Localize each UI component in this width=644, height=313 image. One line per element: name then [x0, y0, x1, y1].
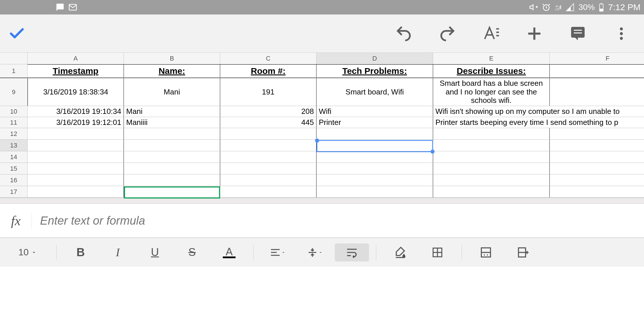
cell-B15[interactable]	[124, 163, 220, 174]
redo-button[interactable]	[439, 25, 456, 42]
cell-D10[interactable]: Wifi	[316, 106, 433, 117]
borders-button[interactable]	[420, 243, 455, 261]
cell-C9[interactable]: 191	[220, 78, 316, 106]
col-head-D[interactable]: D	[316, 53, 433, 64]
comment-button[interactable]	[569, 25, 587, 42]
row-head-13[interactable]: 13	[0, 140, 28, 151]
wrap-button[interactable]	[335, 243, 369, 261]
cell-D14[interactable]	[316, 151, 433, 163]
cell-E14[interactable]	[433, 151, 550, 163]
cell-D12[interactable]	[316, 128, 433, 139]
row-head-16[interactable]: 16	[0, 174, 28, 186]
cell-F12[interactable]	[550, 128, 644, 139]
cell-B17[interactable]	[124, 186, 220, 197]
cell-E11[interactable]: Printer starts beeping every time I send…	[433, 117, 621, 128]
cell-A12[interactable]	[28, 128, 124, 139]
insert-button[interactable]	[526, 25, 543, 42]
underline-button[interactable]: U	[138, 243, 172, 261]
cell-F10[interactable]	[622, 106, 644, 117]
bold-button[interactable]: B	[64, 243, 98, 261]
spreadsheet-grid[interactable]: 1 Timestamp Name: Room #: Tech Problems:…	[0, 64, 644, 198]
strike-button[interactable]: S	[175, 243, 209, 261]
header-room[interactable]: Room #:	[220, 64, 316, 77]
merge-button[interactable]	[469, 243, 503, 261]
header-describe-issues[interactable]: Describe Issues:	[433, 64, 550, 77]
row-head-1[interactable]: 1	[0, 64, 28, 77]
cell-F13[interactable]	[550, 140, 644, 151]
cell-A10[interactable]: 3/16/2019 19:10:34	[28, 106, 124, 117]
cell-F16[interactable]	[550, 174, 644, 186]
cell-F14[interactable]	[550, 151, 644, 163]
cell-D16[interactable]	[316, 174, 433, 186]
row-head-12[interactable]: 12	[0, 128, 28, 139]
cell-E9[interactable]: Smart board has a blue screen and I no l…	[433, 78, 550, 106]
row-head-10[interactable]: 10	[0, 106, 28, 117]
header-timestamp[interactable]: Timestamp	[28, 64, 124, 77]
cell-A13[interactable]	[28, 140, 124, 151]
header-F[interactable]	[550, 64, 644, 77]
cell-F9[interactable]	[550, 78, 644, 106]
cell-D13[interactable]	[316, 140, 433, 151]
cell-B12[interactable]	[124, 128, 220, 139]
col-head-A[interactable]: A	[28, 53, 124, 64]
select-all-corner[interactable]	[0, 53, 28, 64]
cell-B14[interactable]	[124, 151, 220, 163]
cell-A15[interactable]	[28, 163, 124, 174]
row-head-17[interactable]: 17	[0, 186, 28, 197]
cell-E17[interactable]	[433, 186, 550, 197]
cell-D9[interactable]: Smart board, Wifi	[316, 78, 433, 106]
cell-C17[interactable]	[220, 186, 316, 197]
fill-color-button[interactable]	[383, 243, 417, 261]
cell-B10[interactable]: Mani	[124, 106, 220, 117]
cell-E16[interactable]	[433, 174, 550, 186]
more-button[interactable]	[613, 25, 630, 42]
row-head-14[interactable]: 14	[0, 151, 28, 163]
halign-button[interactable]	[261, 243, 295, 261]
cell-E15[interactable]	[433, 163, 550, 174]
cell-C15[interactable]	[220, 163, 316, 174]
col-head-F[interactable]: F	[550, 53, 644, 64]
header-name[interactable]: Name:	[124, 64, 220, 77]
cell-C14[interactable]	[220, 151, 316, 163]
col-head-E[interactable]: E	[433, 53, 550, 64]
cell-F17[interactable]	[550, 186, 644, 197]
cell-B16[interactable]	[124, 174, 220, 186]
cell-E13[interactable]	[433, 140, 550, 151]
col-head-C[interactable]: C	[220, 53, 316, 64]
cell-C10[interactable]: 208	[220, 106, 316, 117]
font-color-button[interactable]: A	[212, 243, 246, 261]
text-format-button[interactable]	[482, 25, 500, 42]
row-head-15[interactable]: 15	[0, 163, 28, 174]
cell-F11[interactable]	[621, 117, 644, 128]
cell-A14[interactable]	[28, 151, 124, 163]
row-head-11[interactable]: 11	[0, 117, 28, 128]
cell-C12[interactable]	[220, 128, 316, 139]
cell-D11[interactable]: Printer	[316, 117, 433, 128]
formula-input[interactable]	[32, 204, 644, 237]
cell-A11[interactable]: 3/16/2019 19:12:01	[28, 117, 124, 128]
cell-C16[interactable]	[220, 174, 316, 186]
row-head-9[interactable]: 9	[0, 78, 28, 106]
cell-C11[interactable]: 445	[220, 117, 316, 128]
accept-button[interactable]	[8, 25, 26, 42]
cell-F15[interactable]	[550, 163, 644, 174]
cell-A16[interactable]	[28, 174, 124, 186]
cell-B13[interactable]	[124, 140, 220, 151]
header-tech-problems[interactable]: Tech Problems:	[316, 64, 433, 77]
cell-A17[interactable]	[28, 186, 124, 197]
italic-button[interactable]: I	[101, 243, 135, 261]
cell-E12[interactable]	[433, 128, 550, 139]
valign-button[interactable]	[298, 243, 332, 261]
cell-C13[interactable]	[220, 140, 316, 151]
svg-rect-5	[601, 3, 602, 4]
cell-B11[interactable]: Maniiii	[124, 117, 220, 128]
undo-button[interactable]	[395, 25, 413, 42]
cell-B9[interactable]: Mani	[124, 78, 220, 106]
cell-D17[interactable]	[316, 186, 433, 197]
cell-D15[interactable]	[316, 163, 433, 174]
cell-E10[interactable]: Wifi isn't showing up on my computer so …	[433, 106, 622, 117]
insert-cells-button[interactable]	[506, 243, 540, 261]
col-head-B[interactable]: B	[124, 53, 220, 64]
font-size-button[interactable]: 10	[6, 247, 49, 258]
cell-A9[interactable]: 3/16/2019 18:38:34	[28, 78, 124, 106]
